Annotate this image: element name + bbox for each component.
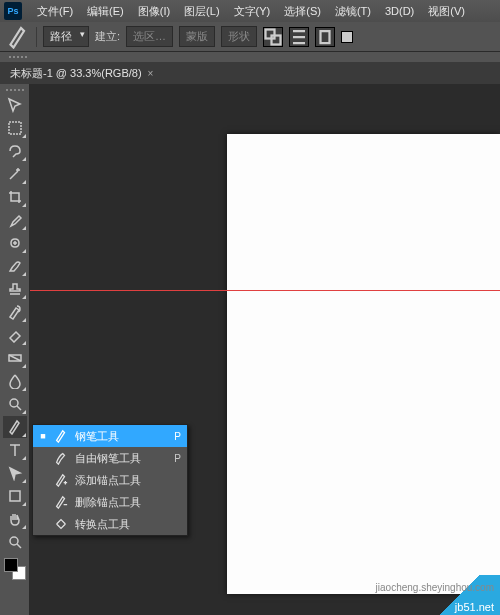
menu-type[interactable]: 文字(Y) (227, 4, 278, 19)
canvas[interactable] (227, 134, 500, 594)
flyout-item-free-pen[interactable]: 自由钢笔工具P (33, 447, 187, 469)
arrange-icon[interactable] (315, 27, 335, 47)
free-pen-icon (53, 450, 69, 466)
eraser-tool[interactable] (3, 324, 27, 346)
tool-preset-icon[interactable] (6, 25, 30, 49)
horizontal-guide[interactable] (30, 290, 500, 291)
flyout-item-convert[interactable]: 转换点工具 (33, 513, 187, 535)
svg-rect-5 (10, 491, 20, 501)
path-ops-icon[interactable] (263, 27, 283, 47)
menu-layer[interactable]: 图层(L) (177, 4, 226, 19)
foreground-color[interactable] (4, 558, 18, 572)
divider (36, 27, 37, 47)
svg-point-4 (10, 399, 18, 407)
shape-tool[interactable] (3, 485, 27, 507)
workspace: ■钢笔工具P自由钢笔工具P添加锚点工具删除锚点工具转换点工具 jiaocheng… (0, 84, 500, 615)
menu-file[interactable]: 文件(F) (30, 4, 80, 19)
menu-view[interactable]: 视图(V) (421, 4, 472, 19)
convert-icon (53, 516, 69, 532)
flyout-label: 自由钢笔工具 (75, 451, 168, 466)
type-tool[interactable] (3, 439, 27, 461)
menu-3d[interactable]: 3D(D) (378, 5, 421, 17)
build-label: 建立: (95, 29, 120, 44)
flyout-shortcut: P (174, 453, 181, 464)
history-tool[interactable] (3, 301, 27, 323)
close-icon[interactable]: × (148, 68, 154, 79)
document-tab[interactable]: 未标题-1 @ 33.3%(RGB/8) × (0, 62, 163, 84)
make-shape-button[interactable]: 形状 (221, 26, 257, 47)
document-tabbar: 未标题-1 @ 33.3%(RGB/8) × (0, 62, 500, 84)
blur-tool[interactable] (3, 370, 27, 392)
add-anchor-icon (53, 472, 69, 488)
pen-tool[interactable] (3, 416, 27, 438)
brush-tool[interactable] (3, 255, 27, 277)
hand-tool[interactable] (3, 508, 27, 530)
flyout-item-pen[interactable]: ■钢笔工具P (33, 425, 187, 447)
stamp-tool[interactable] (3, 278, 27, 300)
svg-rect-0 (266, 29, 275, 38)
flyout-label: 钢笔工具 (75, 429, 168, 444)
flyout-label: 转换点工具 (75, 517, 175, 532)
zoom-tool[interactable] (3, 531, 27, 553)
color-swatches[interactable] (4, 558, 26, 580)
selected-marker: ■ (39, 431, 47, 441)
path-sel-tool[interactable] (3, 462, 27, 484)
menu-select[interactable]: 选择(S) (277, 4, 328, 19)
menu-edit[interactable]: 编辑(E) (80, 4, 131, 19)
del-anchor-icon (53, 494, 69, 510)
eyedropper-tool[interactable] (3, 209, 27, 231)
watermark-text: jb51.net (455, 601, 494, 613)
crop-tool[interactable] (3, 186, 27, 208)
move-tool[interactable] (3, 94, 27, 116)
wand-tool[interactable] (3, 163, 27, 185)
dodge-tool[interactable] (3, 393, 27, 415)
menubar: Ps 文件(F) 编辑(E) 图像(I) 图层(L) 文字(Y) 选择(S) 滤… (0, 0, 500, 22)
marquee-tool[interactable] (3, 117, 27, 139)
flyout-label: 删除锚点工具 (75, 495, 175, 510)
heal-tool[interactable] (3, 232, 27, 254)
flyout-shortcut: P (174, 431, 181, 442)
auto-add-checkbox[interactable] (341, 31, 353, 43)
make-selection-button[interactable]: 选区… (126, 26, 173, 47)
pen-icon (53, 428, 69, 444)
svg-rect-1 (272, 35, 281, 44)
options-bar: 路径 建立: 选区… 蒙版 形状 (0, 22, 500, 52)
document-tab-title: 未标题-1 @ 33.3%(RGB/8) (10, 66, 142, 81)
svg-point-6 (10, 537, 18, 545)
make-mask-button[interactable]: 蒙版 (179, 26, 215, 47)
menu-filter[interactable]: 滤镜(T) (328, 4, 378, 19)
flyout-item-add-anchor[interactable]: 添加锚点工具 (33, 469, 187, 491)
lasso-tool[interactable] (3, 140, 27, 162)
pen-tool-flyout: ■钢笔工具P自由钢笔工具P添加锚点工具删除锚点工具转换点工具 (32, 424, 188, 536)
watermark-url: jiaocheng.sheyinghou.com (376, 582, 494, 593)
gradient-tool[interactable] (3, 347, 27, 369)
svg-rect-2 (9, 122, 21, 134)
flyout-label: 添加锚点工具 (75, 473, 175, 488)
flyout-item-del-anchor[interactable]: 删除锚点工具 (33, 491, 187, 513)
align-icon[interactable] (289, 27, 309, 47)
toolbar (0, 84, 30, 615)
menu-image[interactable]: 图像(I) (131, 4, 177, 19)
mode-select[interactable]: 路径 (43, 26, 89, 47)
grabber (0, 52, 500, 62)
app-logo: Ps (4, 2, 22, 20)
